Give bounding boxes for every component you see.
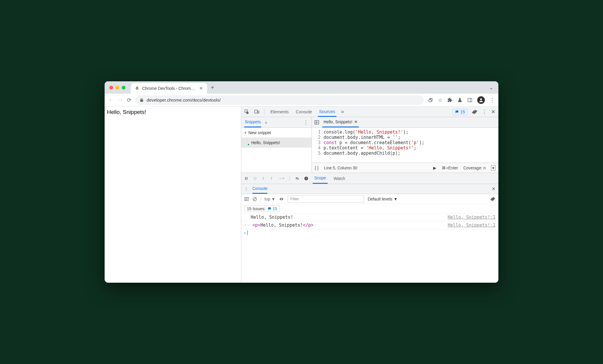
close-tab-button[interactable]: ✕ [199, 86, 203, 91]
step-over-icon[interactable] [252, 176, 257, 181]
snippet-file-icon [244, 140, 249, 145]
editor-tabs: Hello, Snippets! ✕ [312, 117, 498, 128]
maximize-window-button[interactable] [122, 86, 125, 90]
code-line[interactable]: 2document.body.innerHTML = ''; [312, 135, 498, 140]
labs-icon[interactable] [457, 97, 463, 103]
minimize-window-button[interactable] [115, 86, 119, 90]
debug-toolbar: →• Scope Watch [241, 173, 498, 184]
snippets-tabs: Snippets » ⋮ [241, 117, 311, 128]
console-sidebar-toggle-icon[interactable] [244, 197, 249, 201]
pretty-print-icon[interactable]: { } [315, 166, 319, 170]
console-toolbar: top ▼ Filter Default levels ▼ [241, 194, 498, 204]
issues-count: 15 [460, 109, 465, 114]
drawer-menu-icon[interactable]: ⋮ [244, 187, 248, 191]
log-row: Hello, Snippets!Hello, Snippets!:1 [241, 213, 498, 221]
run-icon[interactable]: ▶ [433, 166, 436, 170]
console-prompt[interactable]: › [241, 229, 498, 236]
svg-rect-20 [306, 179, 306, 179]
clear-console-icon[interactable] [252, 197, 257, 201]
snippets-more-icon[interactable]: » [265, 120, 267, 125]
new-tab-button[interactable]: + [211, 84, 214, 91]
settings-icon[interactable] [472, 109, 478, 115]
log-levels-selector[interactable]: Default levels ▼ [368, 197, 398, 201]
issues-label: 15 Issues: [247, 206, 266, 211]
tab-console[interactable]: Console [295, 107, 313, 117]
tab-title: Chrome DevTools - Chrome De [142, 86, 195, 91]
more-tabs-icon[interactable]: » [341, 109, 344, 115]
reload-button[interactable]: ⟳ [127, 97, 131, 103]
prompt-chevron-icon: › [244, 230, 246, 235]
code-editor[interactable]: 1console.log('Hello, Snippets!');2docume… [312, 128, 498, 163]
svg-rect-14 [247, 177, 247, 180]
editor-status-bar: { } Line 5, Column 30 ▶ ⌘+Enter Coverage… [312, 163, 498, 173]
drawer-console-tab[interactable]: Console [252, 184, 267, 194]
profile-avatar[interactable] [477, 96, 485, 104]
svg-line-24 [254, 198, 256, 200]
pause-icon[interactable] [244, 176, 248, 181]
svg-point-3 [137, 88, 138, 89]
sources-row: Snippets » ⋮ + New snippet Hello, Snippe… [241, 117, 498, 173]
coverage-dropdown-icon[interactable]: ▾ [491, 165, 495, 171]
tab-scope[interactable]: Scope [313, 173, 328, 184]
step-into-icon[interactable] [261, 176, 265, 181]
step-icon[interactable]: →• [278, 176, 284, 181]
browser-window: Chrome DevTools - Chrome De ✕ + ⌄ ← → ⟳ … [105, 81, 498, 283]
live-expression-icon[interactable] [279, 197, 284, 201]
snippets-menu-icon[interactable]: ⋮ [303, 119, 309, 126]
close-file-icon[interactable]: ✕ [354, 119, 358, 124]
code-line[interactable]: 1console.log('Hello, Snippets!'); [312, 129, 498, 135]
snippets-tab-label[interactable]: Snippets [244, 117, 261, 127]
inspect-icon[interactable] [244, 109, 249, 114]
omnibox[interactable]: developer.chrome.com/docs/devtools/ [135, 95, 424, 105]
issues-badge[interactable]: 15 [452, 109, 468, 115]
deactivate-breakpoints-icon[interactable] [295, 176, 300, 181]
console-filter-input[interactable]: Filter [288, 196, 364, 203]
snippet-name: Hello, Snippets! [251, 140, 280, 145]
address-bar: ← → ⟳ developer.chrome.com/docs/devtools… [105, 94, 498, 107]
step-out-icon[interactable] [269, 176, 274, 181]
back-button[interactable]: ← [108, 97, 113, 103]
code-line[interactable]: 3const p = document.createElement('p'); [312, 140, 498, 145]
extensions-icon[interactable] [447, 97, 453, 103]
chrome-icon [135, 86, 140, 91]
tab-elements[interactable]: Elements [269, 107, 290, 117]
code-line[interactable]: 4p.textContent = 'Hello, Snippets!'; [312, 145, 498, 151]
pause-exceptions-icon[interactable] [304, 176, 309, 181]
navigator-toggle-icon[interactable] [314, 120, 319, 125]
sidepanel-icon[interactable] [467, 97, 473, 103]
plus-icon: + [244, 130, 247, 135]
code-line[interactable]: 5document.body.appendChild(p); [312, 151, 498, 156]
svg-rect-5 [468, 98, 472, 102]
browser-tab[interactable]: Chrome DevTools - Chrome De ✕ [131, 83, 207, 94]
console-drawer: ⋮ Console ✕ top ▼ Filter Default levels … [241, 184, 498, 283]
tab-watch[interactable]: Watch [332, 173, 347, 184]
bookmark-icon[interactable]: ☆ [438, 97, 443, 103]
svg-rect-13 [245, 177, 246, 180]
cursor [247, 230, 248, 235]
drawer-close-icon[interactable]: ✕ [492, 186, 495, 192]
issues-chip[interactable]: 15 Issues: 15 [244, 205, 280, 212]
cursor-position: Line 5, Column 30 [324, 166, 357, 170]
new-snippet-button[interactable]: + New snippet [241, 128, 311, 138]
log-source[interactable]: Hello, Snippets!:1 [448, 215, 495, 220]
forward-button[interactable]: → [118, 97, 123, 103]
devtools-toolbar: Elements Console Sources » 15 ⋮ ✕ [241, 107, 498, 117]
tab-bar: Chrome DevTools - Chrome De ✕ + ⌄ [105, 81, 498, 94]
tab-sources[interactable]: Sources [318, 107, 336, 117]
context-selector[interactable]: top ▼ [264, 197, 275, 201]
snippet-item[interactable]: Hello, Snippets! [241, 138, 311, 148]
editor-filename-tab[interactable]: Hello, Snippets! ✕ [322, 117, 359, 127]
page-text: Hello, Snippets! [107, 109, 146, 115]
tabs-chevron-icon[interactable]: ⌄ [489, 85, 495, 90]
share-icon[interactable] [428, 97, 433, 103]
console-settings-icon[interactable] [490, 196, 495, 202]
device-toggle-icon[interactable] [254, 109, 259, 114]
menu-button[interactable]: ⋮ [490, 97, 495, 103]
message-icon [455, 110, 459, 114]
close-window-button[interactable] [109, 86, 113, 90]
new-snippet-label: New snippet [248, 130, 271, 135]
devtools-menu-icon[interactable]: ⋮ [482, 109, 487, 115]
devtools-close-icon[interactable]: ✕ [491, 109, 495, 115]
log-source[interactable]: Hello, Snippets!:1 [448, 223, 495, 228]
svg-rect-19 [306, 177, 306, 178]
